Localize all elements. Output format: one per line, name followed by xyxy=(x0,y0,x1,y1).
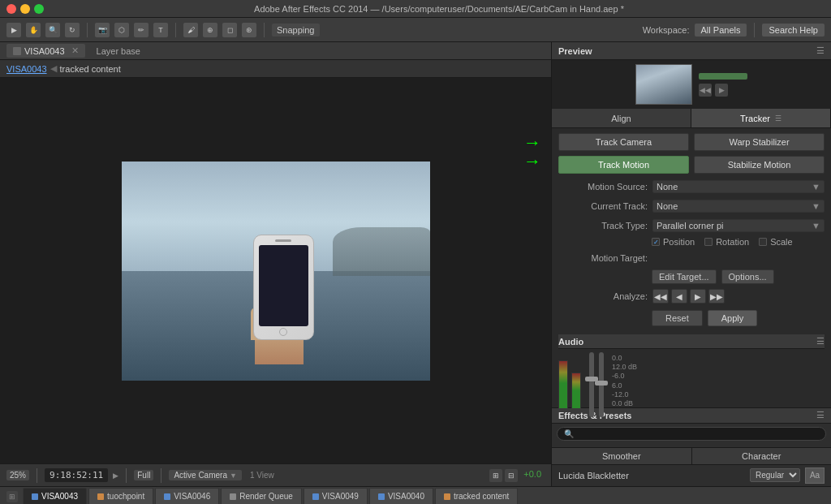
scale-checkbox[interactable] xyxy=(759,238,767,246)
audio-menu-icon[interactable]: ☰ xyxy=(816,336,825,347)
timeline-tab-visa0040[interactable]: VISA0040 xyxy=(369,488,433,504)
tool-camera[interactable]: 📷 xyxy=(95,23,110,37)
comp-viewport[interactable] xyxy=(0,78,551,463)
apply-button[interactable]: Apply xyxy=(708,310,758,326)
stabilize-motion-button[interactable]: Stabilize Motion xyxy=(694,156,825,174)
tool-zoom[interactable]: 🔍 xyxy=(45,23,60,37)
separator-3 xyxy=(264,23,265,37)
tracker-tab-menu[interactable]: ☰ xyxy=(775,114,781,123)
track-motion-button[interactable]: Track Motion xyxy=(558,156,689,174)
scale-checkbox-item[interactable]: Scale xyxy=(759,237,793,247)
effects-search-bar[interactable]: 🔍 xyxy=(557,427,826,441)
tool-text[interactable]: T xyxy=(153,23,168,37)
timeline-tabs: ⊞ VISA0043tuochpointVISA0046Render Queue… xyxy=(0,487,831,504)
reset-button[interactable]: Reset xyxy=(652,310,703,326)
timeline-toggle-icon[interactable]: ⊞ xyxy=(6,491,18,502)
layer-base-label: Layer base xyxy=(90,45,147,58)
prev-frame-button[interactable]: ◀◀ xyxy=(699,84,712,97)
snap-button[interactable]: ⊞ xyxy=(489,469,502,482)
timeline-tab-visa0043[interactable]: VISA0043 xyxy=(23,488,87,504)
options-button[interactable]: Options... xyxy=(721,269,774,284)
character-tab[interactable]: Character xyxy=(692,448,832,464)
tool-pen[interactable]: ✏ xyxy=(134,23,149,37)
menu-bar: Adobe After Effects CC 2014 — /Users/com… xyxy=(0,0,831,18)
preview-menu-icon[interactable]: ☰ xyxy=(816,45,825,56)
workspace-selector[interactable]: All Panels xyxy=(695,24,747,37)
close-button[interactable] xyxy=(6,4,16,14)
comp-tab-icon xyxy=(13,47,21,55)
rotation-checkbox-item[interactable]: Rotation xyxy=(704,237,749,247)
smoother-character-tabs: Smoother Character xyxy=(552,447,831,464)
tool-eraser[interactable]: ◻ xyxy=(222,23,237,37)
resolution-selector[interactable]: Full xyxy=(134,470,153,480)
workspace-area: Workspace: All Panels Search Help xyxy=(643,23,825,37)
tracker-tab[interactable]: Tracker ☰ xyxy=(691,109,831,127)
snapping-label[interactable]: Snapping xyxy=(272,24,320,37)
track-type-value[interactable]: Parallel corner pi ▼ xyxy=(652,219,825,232)
warp-stabilizer-button[interactable]: Warp Stabilizer xyxy=(694,133,825,151)
current-track-row: Current Track: None ▼ xyxy=(558,198,825,214)
maximize-button[interactable] xyxy=(34,4,44,14)
play-button[interactable]: ▶ xyxy=(715,84,728,97)
comp-tab-close[interactable]: ✕ xyxy=(71,45,79,56)
composition-tab[interactable]: VISA0043 ✕ xyxy=(6,44,85,58)
audio-panel: Audio ☰ xyxy=(552,331,831,408)
rotation-checkbox[interactable] xyxy=(704,238,713,246)
separator-1 xyxy=(87,23,88,37)
timeline-tab-visa0049[interactable]: VISA0049 xyxy=(304,488,368,504)
analyze-end-button[interactable]: ▶▶ xyxy=(708,289,725,304)
separator-2 xyxy=(175,23,176,37)
search-help-button[interactable]: Search Help xyxy=(762,24,825,37)
preview-content: ◀◀ ▶ xyxy=(552,60,831,109)
tool-select[interactable]: ▶ xyxy=(6,23,21,37)
analyze-start-button[interactable]: ◀◀ xyxy=(652,289,669,304)
timeline-tab-tracked-content[interactable]: tracked content xyxy=(435,488,518,504)
tab-color-dot xyxy=(32,493,38,500)
align-tab[interactable]: Align xyxy=(552,109,691,127)
minimize-button[interactable] xyxy=(20,4,30,14)
position-checkbox[interactable]: ✓ xyxy=(652,238,660,246)
audio-title: Audio xyxy=(558,337,583,347)
timeline-tab-tuochpoint[interactable]: tuochpoint xyxy=(88,488,153,504)
tool-puppet[interactable]: ⊛ xyxy=(242,23,256,37)
tool-mask[interactable]: ⬡ xyxy=(114,23,129,37)
offset-display: +0.0 xyxy=(520,469,545,482)
tool-stamp[interactable]: ⊕ xyxy=(203,23,217,37)
audio-slider-right-thumb[interactable] xyxy=(595,381,608,386)
edit-target-button[interactable]: Edit Target... xyxy=(652,269,717,284)
effects-panel: Effects & Presets ☰ 🔍 ▶Animation Presets… xyxy=(552,408,831,486)
composition-panel: VISA0043 ✕ Layer base VISA0043 ◀ tracked… xyxy=(0,42,552,486)
tool-rotate[interactable]: ↻ xyxy=(65,23,80,37)
zoom-selector[interactable]: 25% xyxy=(6,470,29,480)
current-track-value[interactable]: None ▼ xyxy=(652,200,825,213)
timeline-tab-render-queue[interactable]: Render Queue xyxy=(221,488,302,504)
motion-source-row: Motion Source: None ▼ xyxy=(558,179,825,195)
breadcrumb: VISA0043 ◀ tracked content xyxy=(0,60,551,78)
position-checkbox-item[interactable]: ✓ Position xyxy=(652,237,695,247)
audio-level-mid1: 12.0 dB xyxy=(612,363,637,371)
preview-thumbnail xyxy=(635,64,692,105)
effects-menu-icon[interactable]: ☰ xyxy=(816,410,825,420)
grid-button[interactable]: ⊟ xyxy=(505,469,518,482)
track-camera-button[interactable]: Track Camera xyxy=(558,133,689,151)
main-layout: VISA0043 ✕ Layer base VISA0043 ◀ tracked… xyxy=(0,42,831,486)
fps-display: ▶ xyxy=(113,472,118,480)
tab-label: VISA0049 xyxy=(322,492,359,501)
motion-source-value[interactable]: None ▼ xyxy=(652,180,825,193)
audio-slider-left[interactable] xyxy=(589,352,594,417)
audio-slider-right[interactable] xyxy=(599,352,604,417)
view-count[interactable]: 1 View xyxy=(250,471,274,480)
font-name: Lucida Blackletter xyxy=(558,471,745,480)
timeline-tab-visa0046[interactable]: VISA0046 xyxy=(155,488,219,504)
breadcrumb-comp[interactable]: VISA0043 xyxy=(6,64,47,74)
analyze-play-button[interactable]: ▶ xyxy=(690,289,706,304)
analyze-prev-button[interactable]: ◀ xyxy=(671,289,687,304)
effects-search-input[interactable] xyxy=(577,429,819,438)
time-code-display[interactable]: 9:18:52:11 xyxy=(45,468,108,482)
font-style-select[interactable]: Regular xyxy=(750,468,800,482)
tool-hand[interactable]: ✋ xyxy=(26,23,41,37)
active-camera-selector[interactable]: Active Camera ▼ xyxy=(169,470,242,480)
smoother-tab[interactable]: Smoother xyxy=(552,448,692,464)
search-icon: 🔍 xyxy=(564,429,574,438)
tool-brush[interactable]: 🖌 xyxy=(183,23,198,37)
